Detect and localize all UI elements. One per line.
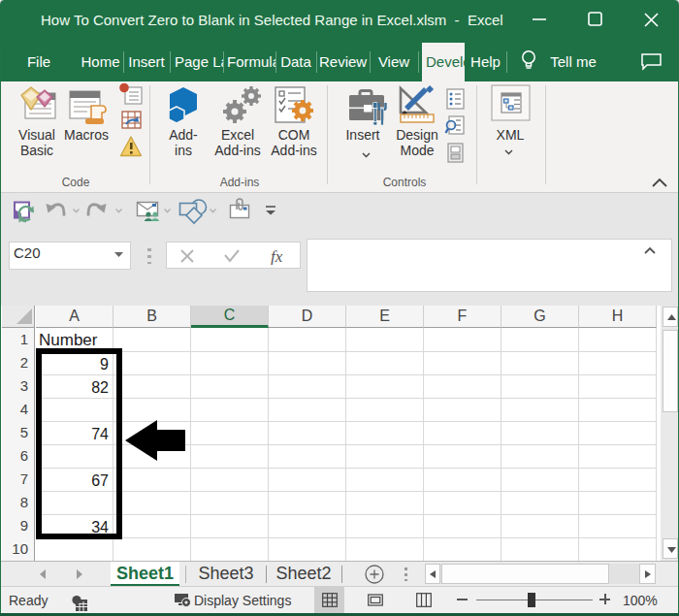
svg-text:fx: fx	[271, 247, 283, 265]
